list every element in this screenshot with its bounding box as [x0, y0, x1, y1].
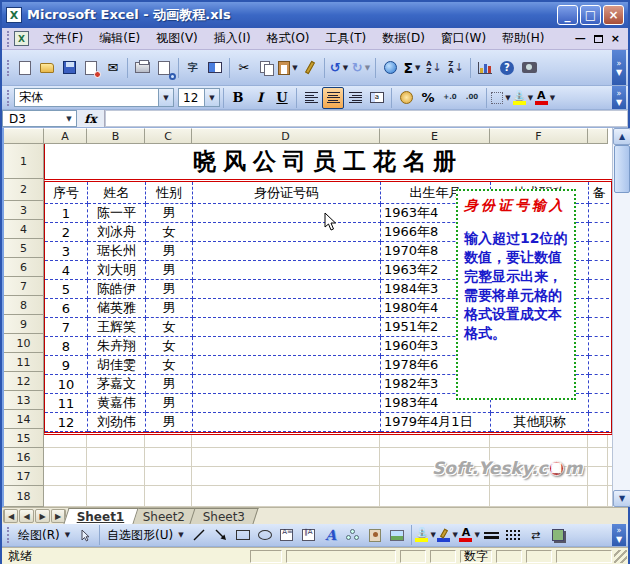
menu-item-6[interactable]: 数据(D)	[374, 27, 433, 50]
table-cell[interactable]	[193, 413, 381, 432]
table-cell[interactable]	[193, 394, 381, 413]
table-cell[interactable]: 陈一平	[88, 204, 146, 223]
toolbar-grip[interactable]	[7, 527, 11, 543]
align-left-button[interactable]	[300, 87, 322, 109]
chevron-down-icon[interactable]: ▼	[204, 89, 219, 106]
select-objects-button[interactable]	[74, 524, 96, 546]
font-size-combo[interactable]: 12▼	[178, 88, 220, 107]
table-cell[interactable]: 其他职称	[491, 413, 589, 432]
column-header-B[interactable]: B	[87, 128, 145, 144]
menu-item-3[interactable]: 插入(I)	[206, 27, 259, 50]
table-cell[interactable]: 男	[146, 299, 193, 318]
table-cell[interactable]	[589, 394, 609, 413]
workbook-icon[interactable]: X	[14, 31, 29, 46]
row-header-12[interactable]: 12	[4, 372, 44, 391]
spreadsheet-grid[interactable]: ABCDEF 123456789101112131415161718 晓风公司员…	[4, 128, 612, 507]
table-cell[interactable]	[589, 204, 609, 223]
row-header-8[interactable]: 8	[4, 296, 44, 315]
line-tool-button[interactable]	[188, 524, 210, 546]
screenshot-button[interactable]	[518, 57, 540, 79]
toolbar-options-button[interactable]: »▼	[612, 86, 626, 109]
table-cell[interactable]	[193, 318, 381, 337]
table-cell[interactable]: 2	[45, 223, 88, 242]
table-cell[interactable]: 10	[45, 375, 88, 394]
permission-button[interactable]	[80, 57, 102, 79]
next-sheet-button[interactable]: ▶	[35, 509, 50, 523]
table-cell[interactable]	[589, 261, 609, 280]
text-box-button[interactable]: A=	[276, 524, 298, 546]
table-cell[interactable]: 11	[45, 394, 88, 413]
sort-ascending-button[interactable]: AZ↓	[423, 57, 445, 79]
first-sheet-button[interactable]: ◀	[3, 509, 18, 523]
table-cell[interactable]	[589, 413, 609, 432]
redo-button[interactable]: ↻▼	[350, 57, 372, 79]
menu-item-7[interactable]: 窗口(W)	[433, 27, 494, 50]
toolbar-options-button[interactable]: »▼	[612, 524, 626, 546]
sheet-tab-sheet3[interactable]: Sheet3	[189, 508, 259, 524]
table-cell[interactable]	[589, 356, 609, 375]
table-cell[interactable]: 陈皓伊	[88, 280, 146, 299]
table-cell[interactable]: 女	[146, 356, 193, 375]
merged-title-cell[interactable]: 晓风公司员工花名册	[44, 144, 612, 179]
underline-button[interactable]: U	[271, 87, 293, 109]
table-cell[interactable]	[193, 375, 381, 394]
scroll-down-button[interactable]: ▼	[613, 490, 630, 507]
row-header-10[interactable]: 10	[4, 334, 44, 353]
clip-art-button[interactable]	[364, 524, 386, 546]
table-cell[interactable]: 王辉笑	[88, 318, 146, 337]
shadow-style-button[interactable]	[547, 524, 569, 546]
select-all-corner[interactable]	[4, 128, 44, 144]
table-cell[interactable]: 5	[45, 280, 88, 299]
table-cell[interactable]: 男	[146, 204, 193, 223]
table-cell[interactable]: 男	[146, 413, 193, 432]
column-header-C[interactable]: C	[145, 128, 192, 144]
menu-item-1[interactable]: 编辑(E)	[91, 27, 148, 50]
table-cell[interactable]: 刘冰舟	[88, 223, 146, 242]
chevron-down-icon[interactable]: ▼	[62, 111, 76, 126]
sort-descending-button[interactable]: ZA↓	[445, 57, 467, 79]
print-button[interactable]	[131, 57, 153, 79]
align-center-button[interactable]	[322, 87, 344, 109]
row-header-3[interactable]: 3	[4, 201, 44, 220]
row-header-5[interactable]: 5	[4, 239, 44, 258]
table-cell[interactable]	[193, 299, 381, 318]
table-cell[interactable]	[193, 223, 381, 242]
minimize-button[interactable]: _	[557, 5, 578, 25]
table-cell[interactable]: 刘大明	[88, 261, 146, 280]
wordart-button[interactable]: A	[320, 524, 342, 546]
menu-item-4[interactable]: 格式(O)	[259, 27, 318, 50]
table-cell[interactable]: 女	[146, 337, 193, 356]
oval-tool-button[interactable]	[254, 524, 276, 546]
column-header-g[interactable]	[588, 128, 608, 144]
row-header-15[interactable]: 15	[4, 429, 44, 448]
table-cell[interactable]: 储英雅	[88, 299, 146, 318]
prev-sheet-button[interactable]: ◀	[19, 509, 34, 523]
table-cell[interactable]: 琚长州	[88, 242, 146, 261]
table-cell[interactable]: 男	[146, 280, 193, 299]
print-preview-button[interactable]	[153, 57, 175, 79]
toolbar-grip[interactable]	[7, 90, 11, 106]
paste-button[interactable]: ▼	[277, 57, 299, 79]
table-cell[interactable]: 刘劲伟	[88, 413, 146, 432]
table-cell[interactable]	[589, 242, 609, 261]
row-header-2[interactable]: 2	[4, 179, 44, 201]
row-header-14[interactable]: 14	[4, 410, 44, 429]
table-cell[interactable]: 朱卉翔	[88, 337, 146, 356]
maximize-button[interactable]: □	[580, 5, 601, 25]
fill-color-button[interactable]: ⛲▼	[415, 524, 437, 546]
table-cell[interactable]: 1	[45, 204, 88, 223]
table-cell[interactable]: 7	[45, 318, 88, 337]
sheet-tab-sheet2[interactable]: Sheet2	[129, 508, 199, 524]
help-button[interactable]: ?	[496, 57, 518, 79]
table-header-cell[interactable]: 身份证号码	[193, 182, 381, 204]
row-header-11[interactable]: 11	[4, 353, 44, 372]
table-cell[interactable]: 3	[45, 242, 88, 261]
decrease-decimal-button[interactable]: .00	[461, 87, 483, 109]
table-header-cell[interactable]: 备	[589, 182, 609, 204]
arrow-style-button[interactable]: ⇄	[525, 524, 547, 546]
name-box[interactable]: D3▼	[2, 110, 77, 127]
doc-close-button[interactable]: ×	[611, 34, 620, 44]
table-cell[interactable]: 1979年4月1日	[381, 413, 491, 432]
table-header-cell[interactable]: 姓名	[88, 182, 146, 204]
percent-style-button[interactable]: %	[417, 87, 439, 109]
